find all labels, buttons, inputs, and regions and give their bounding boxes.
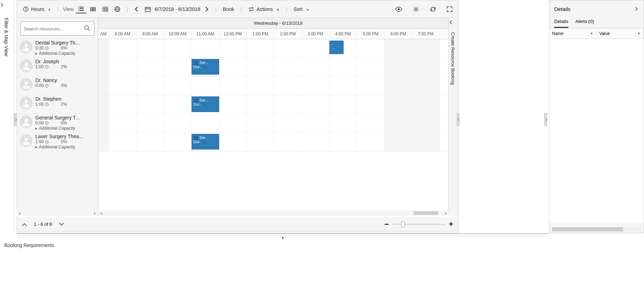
caret-right-icon[interactable]: ▸ bbox=[35, 51, 37, 56]
view-globe-button[interactable] bbox=[112, 5, 122, 13]
timeline-cell[interactable] bbox=[136, 133, 164, 151]
timeline-cell[interactable] bbox=[192, 114, 219, 133]
timeline-cell[interactable] bbox=[274, 77, 302, 95]
visibility-button[interactable] bbox=[393, 5, 404, 14]
timeline-cell[interactable] bbox=[329, 77, 357, 95]
scroll-thumb[interactable] bbox=[414, 211, 438, 215]
timeline-cell[interactable] bbox=[136, 114, 164, 133]
timeline-cell[interactable] bbox=[412, 114, 440, 133]
timeline-cell[interactable] bbox=[136, 95, 164, 114]
caret-right-icon[interactable]: ▸ bbox=[35, 126, 37, 131]
timeline-cell[interactable] bbox=[247, 114, 274, 133]
timeline-cell[interactable] bbox=[357, 77, 385, 95]
view-columns-button[interactable] bbox=[88, 5, 98, 13]
scroll-right-icon[interactable]: ► bbox=[92, 211, 98, 215]
timeline-cell[interactable] bbox=[274, 114, 302, 133]
expand-filter-map-button[interactable] bbox=[0, 0, 14, 10]
actions-dropdown[interactable]: Actions bbox=[246, 5, 282, 14]
timeline-cell[interactable] bbox=[109, 95, 136, 114]
scroll-right-icon[interactable]: ► bbox=[443, 211, 449, 215]
booking-block[interactable]: -... bbox=[329, 41, 344, 54]
timeline-hscroll[interactable]: ◄ ► bbox=[98, 210, 449, 216]
timeline-cell[interactable] bbox=[164, 95, 192, 114]
zoom-slider[interactable] bbox=[392, 224, 445, 225]
booking-block[interactable]: Ser...Dur.. bbox=[192, 134, 219, 149]
timeline-cell[interactable] bbox=[274, 39, 302, 58]
timeline-cell[interactable] bbox=[329, 58, 357, 76]
timeline-cell[interactable] bbox=[412, 58, 440, 76]
expand-tab-right[interactable] bbox=[457, 113, 459, 126]
resource-hscroll[interactable]: ◄ ► bbox=[17, 210, 98, 216]
booking-block[interactable]: Ser...Dur.. bbox=[192, 59, 219, 75]
timeline-cell[interactable] bbox=[136, 77, 164, 95]
scroll-thumb[interactable] bbox=[552, 227, 623, 231]
view-grid-button[interactable] bbox=[100, 5, 110, 13]
timeline-cell[interactable] bbox=[109, 77, 136, 95]
date-next-button[interactable] bbox=[203, 5, 211, 13]
tab-alerts[interactable]: Alerts (0) bbox=[575, 17, 594, 28]
timeline-cell[interactable] bbox=[136, 39, 164, 58]
timeline-cell[interactable] bbox=[412, 95, 440, 114]
timeline-cell[interactable] bbox=[247, 95, 274, 114]
timeline-row[interactable]: Ser...Dur.. bbox=[98, 58, 458, 77]
date-prev-button[interactable] bbox=[132, 5, 141, 13]
timeline-cell[interactable] bbox=[247, 39, 274, 58]
timeline-cell[interactable] bbox=[274, 95, 302, 114]
timeline-cell[interactable] bbox=[385, 77, 412, 95]
zoom-out-button[interactable]: − bbox=[384, 220, 389, 229]
details-hscroll[interactable] bbox=[552, 227, 641, 231]
timeline-cell[interactable] bbox=[109, 39, 136, 58]
timeline-cell[interactable] bbox=[136, 58, 164, 76]
details-expand-button[interactable] bbox=[634, 7, 639, 11]
timeline-cell[interactable] bbox=[164, 114, 192, 133]
timeline-cell[interactable] bbox=[98, 114, 109, 133]
book-button[interactable]: Book bbox=[221, 5, 236, 13]
timeline-cell[interactable] bbox=[357, 58, 385, 76]
timeline-cell[interactable] bbox=[98, 95, 109, 114]
timeline-cell[interactable] bbox=[192, 77, 219, 95]
details-col-value[interactable]: Value bbox=[597, 28, 644, 39]
booking-block[interactable]: Ser...Dur.. bbox=[192, 96, 219, 112]
scroll-left-icon[interactable]: ◄ bbox=[98, 211, 104, 215]
timeline-cell[interactable] bbox=[302, 133, 329, 151]
timeline-cell[interactable] bbox=[164, 77, 192, 95]
timeline-cell[interactable] bbox=[302, 58, 329, 76]
timeline-cell[interactable] bbox=[109, 133, 136, 151]
timeline-cell[interactable] bbox=[385, 133, 412, 151]
timeline-cell[interactable] bbox=[412, 77, 440, 95]
timeline-cell[interactable] bbox=[219, 58, 247, 76]
collapse-create-button[interactable] bbox=[449, 18, 458, 27]
timeline-row[interactable]: Ser...Dur.. bbox=[98, 133, 458, 152]
timeline-cell[interactable] bbox=[357, 39, 385, 58]
timeline-cell[interactable] bbox=[412, 39, 440, 58]
timeline-cell[interactable] bbox=[302, 39, 329, 58]
timeline-cell[interactable] bbox=[302, 95, 329, 114]
timeline-cell[interactable] bbox=[98, 58, 109, 76]
caret-right-icon[interactable]: ▸ bbox=[35, 145, 37, 149]
timeline-cell[interactable] bbox=[385, 95, 412, 114]
refresh-button[interactable] bbox=[428, 5, 438, 14]
resource-row[interactable]: Dental Surgery Th...0:30 0%▸Additional C… bbox=[17, 39, 98, 58]
timeline-cell[interactable] bbox=[357, 114, 385, 133]
timeline-cell[interactable] bbox=[329, 95, 357, 114]
calendar-button[interactable] bbox=[143, 5, 153, 13]
timeline-cell[interactable] bbox=[164, 58, 192, 76]
timeline-cell[interactable] bbox=[109, 58, 136, 76]
timeline-cell[interactable] bbox=[302, 114, 329, 133]
timeline-cell[interactable] bbox=[274, 58, 302, 76]
resource-row[interactable]: General Surgery T...0:00 0%▸Additional C… bbox=[17, 114, 98, 133]
timeline-cell[interactable] bbox=[98, 77, 109, 95]
timeline-row[interactable] bbox=[98, 77, 458, 95]
timeline-cell[interactable] bbox=[219, 114, 247, 133]
timeline-cell[interactable] bbox=[247, 133, 274, 151]
timeline-cell[interactable] bbox=[385, 114, 412, 133]
search-icon[interactable] bbox=[84, 25, 91, 32]
resource-row[interactable]: Dr. Stephen1:00 2% bbox=[17, 95, 98, 114]
timeline-cell[interactable] bbox=[98, 39, 109, 58]
timeline-cell[interactable] bbox=[274, 133, 302, 151]
view-list-button[interactable] bbox=[76, 5, 86, 13]
timeline-cell[interactable] bbox=[385, 39, 412, 58]
details-col-name[interactable]: Name bbox=[549, 28, 597, 39]
timeline-cell[interactable] bbox=[219, 95, 247, 114]
timeline-cell[interactable] bbox=[357, 133, 385, 151]
